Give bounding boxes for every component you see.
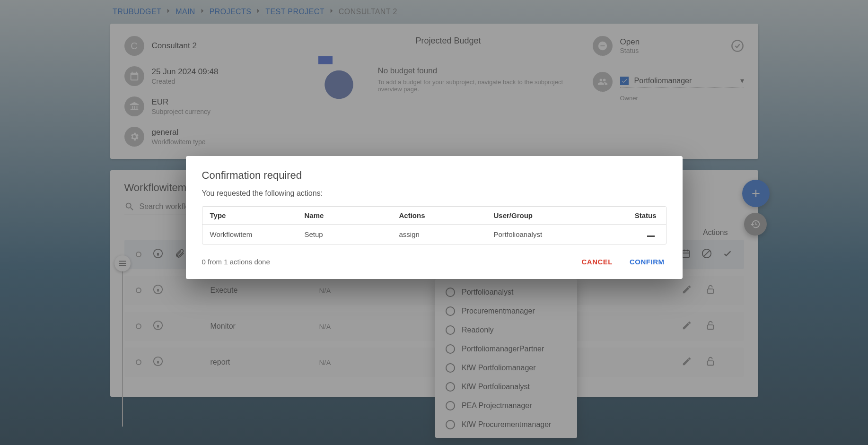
- table-row: Workflowitem Setup assign Portfolioanaly…: [202, 225, 666, 244]
- td-actions: assign: [392, 225, 486, 244]
- th-actions: Actions: [392, 207, 486, 224]
- dialog-title: Confirmation required: [202, 169, 666, 182]
- dialog-table: Type Name Actions User/Group Status Work…: [202, 206, 666, 244]
- confirm-button[interactable]: CONFIRM: [628, 255, 666, 269]
- td-status: [609, 225, 666, 244]
- th-status: Status: [609, 207, 666, 224]
- td-type: Workflowitem: [202, 225, 297, 244]
- td-name: Setup: [297, 225, 392, 244]
- pending-dash-icon: [647, 236, 655, 237]
- dialog-message: You requested the following actions:: [202, 189, 666, 198]
- modal-overlay[interactable]: Confirmation required You requested the …: [0, 0, 868, 445]
- td-user: Portfolioanalyst: [486, 225, 609, 244]
- cancel-button[interactable]: CANCEL: [580, 255, 615, 269]
- dialog-progress: 0 from 1 actions done: [202, 258, 270, 266]
- th-user: User/Group: [486, 207, 609, 224]
- th-type: Type: [202, 207, 297, 224]
- confirmation-dialog: Confirmation required You requested the …: [186, 156, 683, 279]
- th-name: Name: [297, 207, 392, 224]
